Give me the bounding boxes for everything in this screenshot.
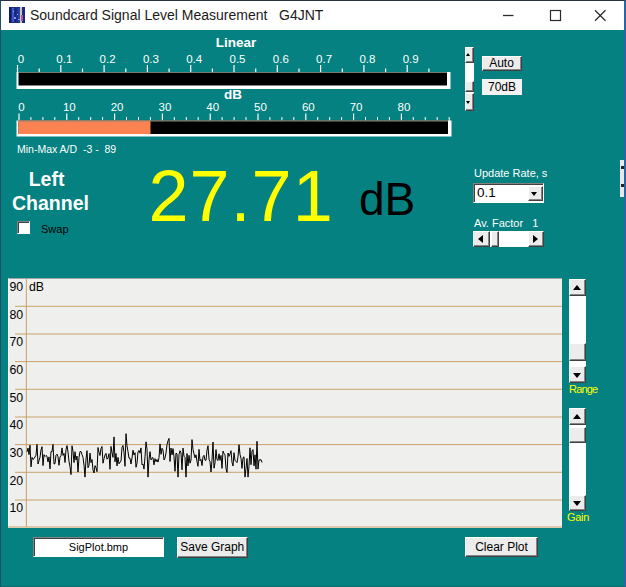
svg-text:50: 50 [10,391,24,405]
svg-text:0.4: 0.4 [186,53,203,65]
svg-text:20: 20 [111,101,124,113]
svg-text:40: 40 [206,101,219,113]
svg-text:dB: dB [29,280,44,294]
svg-text:0.2: 0.2 [100,53,116,65]
svg-text:0.3: 0.3 [143,53,159,65]
svg-text:40: 40 [10,418,24,432]
svg-text:0: 0 [18,101,24,113]
svg-text:0.5: 0.5 [230,53,246,65]
svg-text:30: 30 [10,446,24,460]
svg-text:0.9: 0.9 [403,53,419,65]
svg-text:70: 70 [350,101,363,113]
svg-text:80: 80 [10,308,24,322]
svg-text:50: 50 [254,101,267,113]
svg-text:70: 70 [10,335,24,349]
svg-text:20: 20 [10,474,24,488]
svg-text:Linear: Linear [216,35,257,50]
svg-text:60: 60 [10,363,24,377]
svg-text:10: 10 [10,501,24,515]
svg-text:30: 30 [159,101,172,113]
svg-text:0.6: 0.6 [273,53,289,65]
svg-text:0: 0 [18,53,24,65]
svg-text:0.1: 0.1 [56,53,72,65]
svg-text:10: 10 [63,101,76,113]
svg-text:60: 60 [302,101,315,113]
svg-text:80: 80 [398,101,411,113]
svg-text:0.8: 0.8 [359,53,375,65]
svg-text:dB: dB [224,87,242,102]
svg-text:0.7: 0.7 [316,53,332,65]
svg-text:90: 90 [10,280,24,294]
